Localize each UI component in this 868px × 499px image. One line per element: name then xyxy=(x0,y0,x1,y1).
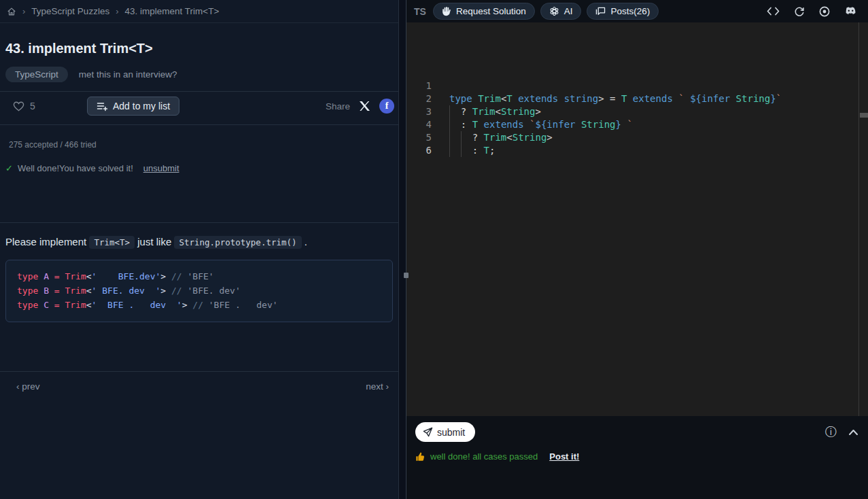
example-code-block: type A = Trim<' BFE.dev'> // 'BFE'type B… xyxy=(5,260,393,322)
editor-toolbar: TS Request Solution AI Posts(26) xyxy=(406,0,868,22)
facebook-icon[interactable]: f xyxy=(379,99,394,114)
home-icon[interactable] xyxy=(7,7,16,16)
reset-icon[interactable] xyxy=(794,6,805,17)
problem-description: Please implement Trim<T> just like Strin… xyxy=(5,234,393,251)
meta-row: TypeScript met this in an interview? xyxy=(5,67,393,82)
request-solution-button[interactable]: Request Solution xyxy=(433,3,535,20)
toolbar-icon-group xyxy=(767,6,857,17)
page-title: 43. implement Trim<T> xyxy=(5,41,393,56)
submit-label: submit xyxy=(437,427,465,438)
language-badge: TS xyxy=(414,6,426,17)
inline-code-prototype: String.prototype.trim() xyxy=(174,236,301,249)
next-link[interactable]: next › xyxy=(366,381,389,392)
request-solution-label: Request Solution xyxy=(456,6,526,16)
editor-line: 5 ? Trim<String> xyxy=(406,131,859,144)
code-icon[interactable] xyxy=(767,7,780,16)
x-twitter-icon[interactable] xyxy=(359,101,370,111)
line-number: 1 xyxy=(406,80,432,92)
resizer-handle-icon[interactable] xyxy=(404,273,409,278)
send-icon xyxy=(423,427,433,437)
breadcrumb: › TypeScript Puzzles › 43. implement Tri… xyxy=(0,0,398,23)
breadcrumb-separator: › xyxy=(22,6,25,16)
editor-line: 1 xyxy=(406,80,859,92)
action-row: 5 Add to my list Share f xyxy=(0,92,398,120)
check-icon: ✓ xyxy=(5,163,13,173)
editor-line: 2type Trim<T extends string> = T extends… xyxy=(406,92,859,105)
heart-icon[interactable] xyxy=(13,101,24,111)
example-code-line: type B = Trim<' BFE. dev '> // 'BFE. dev… xyxy=(17,283,381,298)
chat-bubble-icon xyxy=(595,7,606,16)
share-group: Share f xyxy=(326,99,394,114)
divider xyxy=(0,371,398,372)
openai-icon xyxy=(549,6,559,16)
post-it-link[interactable]: Post it! xyxy=(549,451,579,462)
chevron-left-icon: ‹ xyxy=(16,381,20,392)
solved-message: Well done!You have solved it! xyxy=(18,163,133,173)
divider xyxy=(0,222,398,223)
app-window: › TypeScript Puzzles › 43. implement Tri… xyxy=(0,0,868,499)
line-number: 4 xyxy=(406,118,432,131)
share-label: Share xyxy=(326,101,350,111)
panel-controls: ⓘ xyxy=(825,426,858,438)
posts-label: Posts(26) xyxy=(610,6,650,16)
chevron-right-icon: › xyxy=(386,381,389,392)
editor-line: 6 : T; xyxy=(406,144,859,157)
info-icon[interactable]: ⓘ xyxy=(825,426,837,438)
description-text: Please implement xyxy=(5,236,86,247)
solved-status: ✓ Well done!You have solved it! unsubmit xyxy=(5,163,393,173)
panel-resizer[interactable] xyxy=(398,0,406,499)
likes-count: 5 xyxy=(30,101,35,111)
problem-panel: › TypeScript Puzzles › 43. implement Tri… xyxy=(0,0,398,499)
breadcrumb-item-puzzles[interactable]: TypeScript Puzzles xyxy=(31,6,109,16)
raised-hand-icon xyxy=(442,6,451,16)
pagination: ‹ prev next › xyxy=(16,381,389,392)
result-row: well done! all cases passed Post it! xyxy=(415,451,858,462)
line-number: 5 xyxy=(406,131,432,144)
line-number: 2 xyxy=(406,92,432,105)
likes-group: 5 xyxy=(5,101,87,111)
add-to-list-label: Add to my list xyxy=(113,101,170,111)
breadcrumb-separator: › xyxy=(116,6,118,16)
submit-panel: submit ⓘ well done! all cases passed Pos… xyxy=(406,416,868,499)
unsubmit-link[interactable]: unsubmit xyxy=(143,163,179,173)
submit-button[interactable]: submit xyxy=(415,422,475,442)
code-editor[interactable]: 12type Trim<T extends string> = T extend… xyxy=(406,22,868,416)
description-text: . xyxy=(305,236,307,247)
thumbs-up-icon xyxy=(415,452,425,462)
ai-label: AI xyxy=(564,6,573,16)
example-code-line: type C = Trim<' BFE . dev '> // 'BFE . d… xyxy=(17,298,381,312)
editor-lines: 12type Trim<T extends string> = T extend… xyxy=(406,80,859,157)
discord-icon[interactable] xyxy=(844,7,857,16)
editor-line: 4 : T extends `${infer String} ` xyxy=(406,118,859,131)
interview-prompt-link[interactable]: met this in an interview? xyxy=(79,69,177,80)
inline-code-trim: Trim<T> xyxy=(89,236,135,249)
add-to-list-button[interactable]: Add to my list xyxy=(87,97,179,116)
collapse-chevron-icon[interactable] xyxy=(848,429,858,436)
description-text: just like xyxy=(137,236,171,247)
line-number: 3 xyxy=(406,105,432,118)
example-code-line: type A = Trim<' BFE.dev'> // 'BFE' xyxy=(17,269,381,283)
ai-button[interactable]: AI xyxy=(540,3,582,20)
breadcrumb-item-current: 43. implement Trim<T> xyxy=(124,6,219,16)
language-tag[interactable]: TypeScript xyxy=(5,67,68,82)
editor-scrollbar[interactable] xyxy=(858,22,868,416)
result-message: well done! all cases passed xyxy=(430,451,538,462)
indent-guide xyxy=(461,131,462,157)
indent-guide xyxy=(449,105,450,157)
acceptance-stats: 275 accepted / 466 tried xyxy=(9,140,389,150)
posts-button[interactable]: Posts(26) xyxy=(587,3,659,20)
line-number: 6 xyxy=(406,144,432,157)
editor-line: 3 ? Trim<String> xyxy=(406,105,859,118)
divider xyxy=(0,124,398,125)
scrollbar-thumb[interactable] xyxy=(860,113,868,118)
list-plus-icon xyxy=(97,101,108,111)
editor-panel: TS Request Solution AI Posts(26) xyxy=(406,0,868,499)
prev-link[interactable]: ‹ prev xyxy=(16,381,40,392)
record-icon[interactable] xyxy=(819,6,830,17)
